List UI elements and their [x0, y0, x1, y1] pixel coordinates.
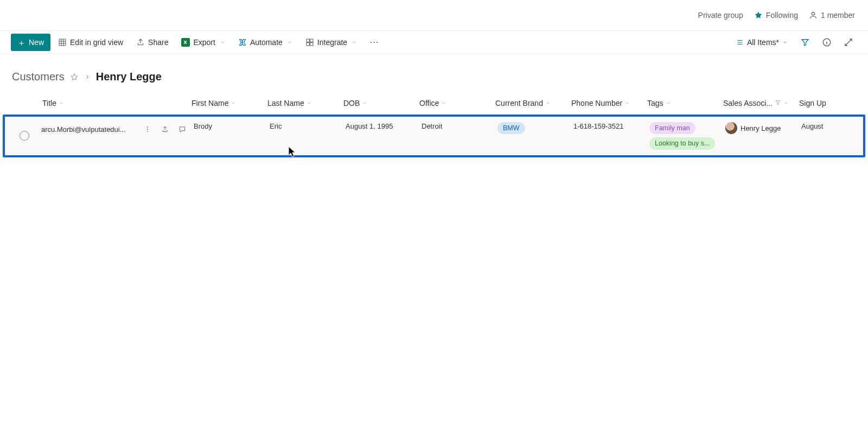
integrate-button[interactable]: Integrate	[300, 34, 362, 51]
star-filled-icon	[754, 11, 763, 20]
col-phone[interactable]: Phone Number	[567, 99, 643, 107]
col-title-label: Title	[42, 99, 56, 107]
edit-grid-label: Edit in grid view	[70, 38, 123, 47]
col-dob-label: DOB	[343, 99, 360, 107]
col-sales-associate[interactable]: Sales Associ...	[719, 99, 795, 107]
command-bar: ＋ New Edit in grid view Share Export	[0, 30, 868, 54]
integrate-icon	[305, 38, 314, 47]
row-share-button[interactable]	[158, 122, 172, 136]
svg-rect-3	[310, 39, 312, 42]
cell-current-brand: BMW	[493, 122, 569, 134]
row-more-button[interactable]	[141, 122, 155, 136]
chevron-down-icon	[287, 38, 292, 47]
col-assoc-label: Sales Associ...	[723, 99, 773, 107]
svg-point-8	[147, 129, 148, 130]
following-text: Following	[766, 11, 798, 20]
cell-title-text: arcu.Morbi@vulputatedui...	[41, 125, 137, 134]
cell-sales-associate: Henry Legge	[721, 122, 797, 134]
svg-point-7	[147, 126, 148, 128]
col-signup-label: Sign Up	[799, 99, 826, 107]
filter-icon	[775, 99, 781, 107]
person-icon	[809, 11, 818, 20]
info-button[interactable]	[818, 34, 835, 51]
tag-pill: Family man	[649, 122, 695, 134]
chevron-down-icon	[307, 99, 312, 107]
ellipsis-icon: ···	[370, 37, 379, 47]
list-header-row: Title First Name Last Name DOB Office Cu…	[3, 92, 865, 115]
tag-pill: Looking to buy s...	[649, 137, 715, 149]
integrate-label: Integrate	[317, 38, 347, 47]
col-sign-up[interactable]: Sign Up	[795, 99, 838, 107]
svg-rect-2	[307, 39, 309, 42]
flow-icon	[238, 38, 247, 47]
table-row[interactable]: arcu.Morbi@vulputatedui... Brody Eric Au…	[5, 117, 863, 155]
share-button[interactable]: Share	[131, 34, 174, 51]
breadcrumb-root[interactable]: Customers	[12, 71, 65, 83]
col-last-name[interactable]: Last Name	[263, 99, 339, 107]
chevron-down-icon	[782, 38, 788, 47]
radio-icon	[20, 131, 29, 141]
brand-pill: BMW	[497, 122, 525, 134]
col-tags-label: Tags	[647, 99, 663, 107]
automate-button[interactable]: Automate	[233, 34, 298, 51]
chevron-down-icon	[362, 99, 367, 107]
col-brand-label: Current Brand	[495, 99, 543, 107]
share-label: Share	[148, 38, 168, 47]
col-tags[interactable]: Tags	[643, 99, 719, 107]
site-info-bar: Private group Following 1 member	[0, 0, 868, 30]
export-button[interactable]: Export	[176, 34, 230, 51]
members-text: 1 member	[821, 11, 855, 20]
view-selector[interactable]: All Items*	[732, 34, 792, 51]
chevron-down-icon	[231, 99, 236, 107]
cell-tags: Family man Looking to buy s...	[645, 122, 721, 150]
following-button[interactable]: Following	[754, 11, 798, 20]
command-bar-left: ＋ New Edit in grid view Share Export	[11, 34, 730, 51]
cell-last-name: Eric	[265, 122, 341, 130]
plus-icon: ＋	[17, 39, 25, 47]
row-comment-button[interactable]	[175, 122, 189, 136]
edit-grid-button[interactable]: Edit in grid view	[53, 34, 129, 51]
privacy-label: Private group	[698, 11, 743, 20]
share-icon	[136, 38, 145, 47]
list-view: Title First Name Last Name DOB Office Cu…	[0, 92, 868, 157]
new-button[interactable]: ＋ New	[11, 34, 50, 51]
cell-dob: August 1, 1995	[341, 122, 417, 130]
col-title[interactable]: Title	[33, 99, 187, 107]
col-phone-label: Phone Number	[571, 99, 622, 107]
breadcrumb: Customers Henry Legge	[0, 54, 868, 92]
col-office-label: Office	[419, 99, 439, 107]
info-icon	[822, 37, 832, 47]
chevron-down-icon	[624, 99, 630, 107]
new-label: New	[29, 38, 44, 47]
vertical-ellipsis-icon	[144, 125, 151, 133]
excel-icon	[181, 38, 190, 47]
chevron-down-icon	[352, 38, 357, 47]
svg-point-9	[147, 131, 148, 132]
col-office[interactable]: Office	[415, 99, 491, 107]
cell-sign-up: August	[797, 122, 840, 130]
star-outline-icon[interactable]	[70, 73, 79, 81]
col-first-label: First Name	[192, 99, 228, 107]
chevron-down-icon	[666, 99, 671, 107]
assoc-name: Henry Legge	[741, 124, 781, 132]
col-dob[interactable]: DOB	[339, 99, 415, 107]
cell-title[interactable]: arcu.Morbi@vulputatedui...	[35, 122, 189, 136]
expand-icon	[844, 37, 853, 47]
svg-rect-4	[307, 43, 309, 46]
svg-rect-5	[310, 43, 312, 46]
row-select[interactable]	[5, 122, 35, 149]
col-first-name[interactable]: First Name	[187, 99, 263, 107]
members-button[interactable]: 1 member	[809, 11, 855, 20]
filter-button[interactable]	[796, 34, 814, 51]
col-current-brand[interactable]: Current Brand	[491, 99, 567, 107]
more-commands-button[interactable]: ···	[365, 34, 384, 51]
grid-icon	[58, 38, 67, 47]
chevron-down-icon	[441, 99, 446, 107]
cell-phone: 1-618-159-3521	[569, 122, 645, 130]
avatar	[725, 122, 737, 134]
automate-label: Automate	[250, 38, 283, 47]
expand-button[interactable]	[840, 34, 857, 51]
comment-icon	[178, 125, 186, 134]
breadcrumb-current: Henry Legge	[96, 71, 162, 83]
chevron-down-icon	[783, 99, 789, 107]
